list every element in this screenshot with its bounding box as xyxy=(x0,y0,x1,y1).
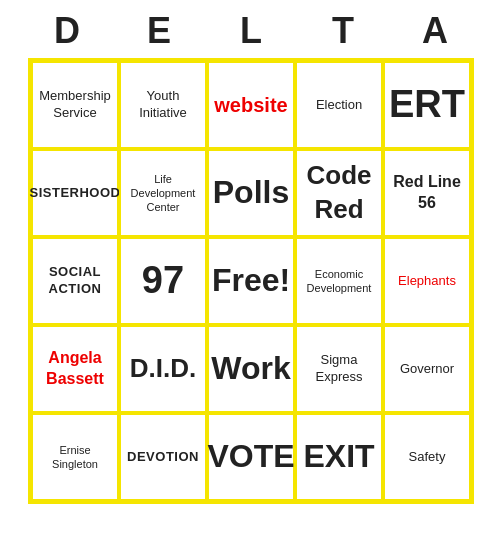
bingo-cell[interactable]: EXIT xyxy=(295,413,383,501)
cell-text: SOCIAL ACTION xyxy=(37,264,113,298)
cell-text: ERT xyxy=(389,80,465,129)
cell-text: Election xyxy=(316,97,362,114)
header-letter: D xyxy=(23,10,111,52)
bingo-cell[interactable]: Code Red xyxy=(295,149,383,237)
cell-text: D.I.D. xyxy=(130,352,196,386)
header-letter: L xyxy=(207,10,295,52)
bingo-cell[interactable]: Angela Bassett xyxy=(31,325,119,413)
cell-text: Economic Development xyxy=(301,267,377,296)
bingo-cell[interactable]: Membership Service xyxy=(31,61,119,149)
cell-text: Life Development Center xyxy=(125,172,201,215)
cell-text: Safety xyxy=(409,449,446,466)
bingo-cell[interactable]: Life Development Center xyxy=(119,149,207,237)
bingo-cell[interactable]: VOTE xyxy=(207,413,295,501)
header-letter: T xyxy=(299,10,387,52)
bingo-cell[interactable]: Polls xyxy=(207,149,295,237)
header-letter: E xyxy=(115,10,203,52)
cell-text: DEVOTION xyxy=(127,449,199,466)
cell-text: Governor xyxy=(400,361,454,378)
bingo-cell[interactable]: DEVOTION xyxy=(119,413,207,501)
bingo-cell[interactable]: D.I.D. xyxy=(119,325,207,413)
bingo-cell[interactable]: Elephants xyxy=(383,237,471,325)
bingo-cell[interactable]: Youth Initiative xyxy=(119,61,207,149)
bingo-cell[interactable]: ERT xyxy=(383,61,471,149)
bingo-cell[interactable]: Work xyxy=(207,325,295,413)
bingo-cell[interactable]: Red Line 56 xyxy=(383,149,471,237)
header-letter: A xyxy=(391,10,479,52)
cell-text: Membership Service xyxy=(37,88,113,122)
bingo-cell[interactable]: Free! xyxy=(207,237,295,325)
cell-text: Polls xyxy=(213,172,289,214)
cell-text: Sigma Express xyxy=(301,352,377,386)
cell-text: Angela Bassett xyxy=(37,348,113,390)
cell-text: 97 xyxy=(142,256,184,305)
bingo-cell[interactable]: SISTERHOOD xyxy=(31,149,119,237)
cell-text: SISTERHOOD xyxy=(30,185,121,202)
bingo-cell[interactable]: Safety xyxy=(383,413,471,501)
cell-text: Work xyxy=(211,348,290,390)
bingo-cell[interactable]: 97 xyxy=(119,237,207,325)
bingo-cell[interactable]: SOCIAL ACTION xyxy=(31,237,119,325)
cell-text: Code Red xyxy=(301,159,377,227)
bingo-cell[interactable]: Economic Development xyxy=(295,237,383,325)
bingo-cell[interactable]: Election xyxy=(295,61,383,149)
cell-text: Free! xyxy=(212,260,290,302)
bingo-cell[interactable]: Sigma Express xyxy=(295,325,383,413)
cell-text: VOTE xyxy=(207,436,294,478)
cell-text: Elephants xyxy=(398,273,456,290)
bingo-cell[interactable]: Ernise Singleton xyxy=(31,413,119,501)
bingo-cell[interactable]: Governor xyxy=(383,325,471,413)
header-row: DELTA xyxy=(21,0,481,58)
cell-text: Youth Initiative xyxy=(125,88,201,122)
bingo-cell[interactable]: website xyxy=(207,61,295,149)
cell-text: website xyxy=(214,92,287,118)
bingo-grid: Membership ServiceYouth Initiativewebsit… xyxy=(28,58,474,504)
cell-text: EXIT xyxy=(303,436,374,478)
cell-text: Ernise Singleton xyxy=(37,443,113,472)
cell-text: Red Line 56 xyxy=(389,172,465,214)
